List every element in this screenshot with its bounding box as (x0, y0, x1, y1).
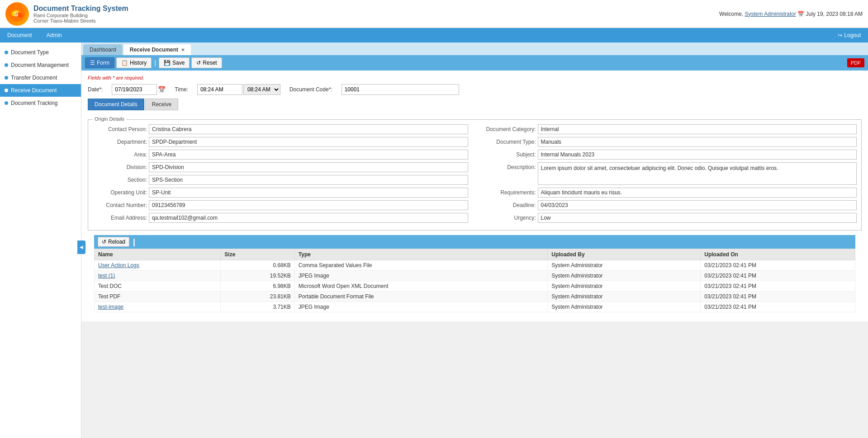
area-label: Area: (93, 151, 147, 158)
logout-button[interactable]: ↪ Logout (830, 28, 868, 42)
table-row: Test DOC6.98KBMicrosoft Word Open XML Do… (95, 281, 855, 292)
doc-type-text: Manuals (541, 139, 561, 145)
sidebar-dot (5, 63, 8, 67)
doc-type-label: Document Type: (482, 139, 536, 145)
pipe-separator: | (131, 237, 135, 247)
sidebar-dot (5, 76, 8, 80)
requirements-label: Requirements: (482, 189, 536, 196)
table-row: Test PDF23.81KBPortable Document Format … (95, 292, 855, 302)
division-value: SPD-Division (149, 162, 468, 172)
sidebar-toggle[interactable]: ◀ (77, 240, 85, 254)
urgency-text: Low (541, 215, 551, 221)
sidebar-item-document-management[interactable]: Document Management (0, 59, 81, 71)
content-area: Dashboard Receive Document ✕ ☰ Form 📋 Hi… (81, 42, 868, 438)
department-label: Department: (93, 139, 147, 145)
subject-text: Internal Manuals 2023 (541, 151, 595, 158)
file-uploaded-by-cell: System Administrator (548, 281, 701, 292)
sidebar-item-transfer-document[interactable]: Transfer Document (0, 71, 81, 84)
area-text: SPA-Area (152, 151, 175, 158)
tab-dashboard-label: Dashboard (90, 47, 116, 53)
sidebar-item-label: Document Type (11, 49, 49, 56)
calendar-icon[interactable]: 📅 (158, 86, 166, 93)
logout-label: Logout (844, 32, 861, 38)
file-size-cell: 0.68KB (221, 260, 294, 271)
file-size-cell: 23.81KB (221, 292, 294, 302)
reset-button[interactable]: ↺ Reset (191, 57, 222, 68)
tab-close-icon[interactable]: ✕ (181, 47, 185, 52)
time-input[interactable] (197, 84, 242, 95)
user-link[interactable]: System Administrator (745, 11, 796, 17)
app-subtitle2: Corner Tiano-Mabini Streets (33, 18, 128, 24)
col-size: Size (221, 249, 294, 260)
navbar: Document Admin ↪ Logout (0, 28, 868, 42)
doc-code-label: Document Code*: (289, 86, 332, 93)
file-table-body: User Action Logs0.68KBComma Separated Va… (95, 260, 855, 312)
sidebar-item-document-type[interactable]: Document Type (0, 46, 81, 59)
file-type-cell: JPEG Image (294, 302, 547, 312)
pdf-button[interactable]: PDF (847, 58, 864, 67)
file-name-link[interactable]: test (1) (98, 273, 115, 279)
tab-bar: Dashboard Receive Document ✕ (81, 42, 868, 55)
contact-number-text: 09123456789 (152, 202, 185, 208)
time-label: Time: (175, 86, 188, 93)
col-uploaded-on: Uploaded On (701, 249, 855, 260)
tab-receive-document[interactable]: Receive Document ✕ (123, 44, 191, 55)
header-datetime: July 19, 2023 08:18 AM (806, 11, 863, 17)
doc-code-input[interactable] (342, 84, 459, 95)
sidebar-item-label: Document Tracking (11, 100, 57, 106)
history-button[interactable]: 📋 History (116, 57, 152, 68)
file-name-cell: test (1) (95, 271, 221, 281)
file-uploaded-on-cell: 03/21/2023 02:41 PM (701, 302, 855, 312)
sidebar-dot (5, 101, 8, 105)
nav-admin[interactable]: Admin (39, 28, 69, 42)
time-field: 08:24 AM 08:00 AM 09:00 AM (197, 84, 280, 95)
file-name-link[interactable]: User Action Logs (98, 262, 139, 268)
save-button[interactable]: 💾 Save (159, 57, 190, 68)
deadline-text: 04/03/2023 (541, 202, 568, 208)
section-label: Section: (93, 177, 147, 183)
sub-tab-receive-label: Receive (152, 101, 171, 108)
sidebar-item-receive-document[interactable]: Receive Document (0, 84, 81, 97)
field-deadline: Deadline: 04/03/2023 (482, 200, 857, 210)
reload-button[interactable]: ↺ Reload (98, 237, 129, 247)
svg-text:S: S (14, 10, 18, 18)
origin-fields-col: Contact Person: Cristina Cabrera Departm… (93, 124, 468, 226)
section-value: SPS-Section (149, 175, 468, 185)
time-select[interactable]: 08:24 AM 08:00 AM 09:00 AM (243, 84, 280, 95)
subject-label: Subject: (482, 151, 536, 158)
doc-category-label: Document Category: (482, 126, 536, 132)
app-logo: S (5, 2, 29, 26)
sub-tab-document-details[interactable]: Document Details (88, 99, 144, 110)
sidebar: ◀ Document Type Document Management Tran… (0, 42, 81, 438)
form-area: Fields with * are required. Date*: 📅 Tim… (81, 71, 868, 115)
nav-document[interactable]: Document (0, 28, 39, 42)
reload-icon: ↺ (102, 239, 106, 245)
table-row: User Action Logs0.68KBComma Separated Va… (95, 260, 855, 271)
doc-type-value: Manuals (538, 137, 857, 147)
file-uploaded-by-cell: System Administrator (548, 260, 701, 271)
file-name-link[interactable]: test-image (98, 304, 123, 310)
required-note: Fields with * are required. (88, 75, 862, 80)
email-value: qa.testmail102@gmail.com (149, 213, 468, 223)
contact-person-label: Contact Person: (93, 126, 147, 132)
file-uploaded-on-cell: 03/21/2023 02:41 PM (701, 260, 855, 271)
email-label: Email Address: (93, 215, 147, 221)
col-uploaded-by: Uploaded By (548, 249, 701, 260)
urgency-value: Low (538, 213, 857, 223)
file-uploaded-on-cell: 03/21/2023 02:41 PM (701, 292, 855, 302)
email-text: qa.testmail102@gmail.com (152, 215, 218, 221)
file-uploaded-on-cell: 03/21/2023 02:41 PM (701, 271, 855, 281)
form-button[interactable]: ☰ Form (85, 57, 114, 68)
file-uploaded-on-cell: 03/21/2023 02:41 PM (701, 281, 855, 292)
tab-dashboard[interactable]: Dashboard (83, 44, 123, 55)
contact-person-value: Cristina Cabrera (149, 124, 468, 134)
doc-category-text: Internal (541, 126, 559, 132)
operating-unit-label: Operating Unit: (93, 189, 147, 196)
details-grid: Contact Person: Cristina Cabrera Departm… (93, 124, 857, 226)
sub-tab-receive[interactable]: Receive (145, 99, 178, 110)
save-label: Save (172, 60, 185, 66)
date-input[interactable] (112, 84, 157, 95)
file-type-cell: Microsoft Word Open XML Document (294, 281, 547, 292)
sidebar-item-document-tracking[interactable]: Document Tracking (0, 97, 81, 109)
deadline-value: 04/03/2023 (538, 200, 857, 210)
